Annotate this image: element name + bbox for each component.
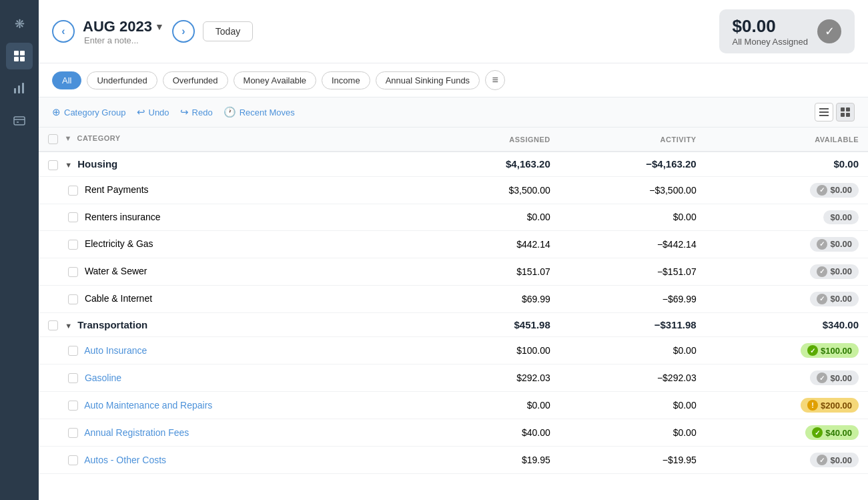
redo-button[interactable]: ↪ Redo [180,106,213,118]
svg-rect-11 [841,107,845,111]
clock-icon: 🕐 [224,106,236,118]
row-activity: $0.00 [560,204,706,230]
group-activity: −$4,163.20 [560,152,706,176]
row-assigned[interactable]: $0.00 [426,204,559,230]
row-assigned[interactable]: $100.00 [426,337,559,364]
svg-rect-4 [14,88,16,93]
svg-rect-13 [841,113,845,117]
logo-icon: ❋ [6,11,33,37]
group-name: Transportation [77,319,147,330]
budget-table: ▼ CATEGORY ASSIGNED ACTIVITY AVAILABLE ▼… [39,128,868,474]
group-available: $0.00 [706,152,868,176]
reports-icon[interactable] [6,75,33,101]
undo-button[interactable]: ↩ Undo [137,106,169,118]
today-button[interactable]: Today [203,21,253,41]
table-row: ▼ Transportation $451.98 −$311.98 $340.0… [39,312,868,337]
filter-income-button[interactable]: Income [322,71,370,89]
row-assigned[interactable]: $442.14 [426,230,559,258]
list-view-button[interactable] [815,103,833,121]
row-assigned[interactable]: $19.95 [426,447,559,474]
accounts-icon[interactable] [6,107,33,134]
row-assigned[interactable]: $292.03 [426,364,559,392]
row-checkbox-0-0[interactable] [68,186,78,196]
row-checkbox-1-1[interactable] [68,373,78,383]
row-available: $0.00 [706,364,868,392]
row-name[interactable]: Renters insurance [85,212,161,222]
budget-icon[interactable] [6,43,33,69]
row-assigned[interactable]: $69.99 [426,285,559,312]
available-badge: $0.00 [810,292,859,306]
available-badge: $100.00 [801,343,859,358]
row-name[interactable]: Annual Registration Fees [84,427,189,438]
svg-rect-5 [18,85,20,93]
header-checkbox[interactable] [48,134,58,144]
available-badge: $0.00 [810,264,859,279]
filter-overfunded-button[interactable]: Overfunded [163,71,228,89]
next-month-button[interactable]: › [172,20,195,43]
row-checkbox-1-2[interactable] [68,401,78,411]
undo-icon: ↩ [137,106,145,118]
row-name[interactable]: Auto Maintenance and Repairs [84,400,212,411]
money-assigned-label: All Money Assigned [733,37,808,47]
svg-rect-10 [819,115,829,116]
recent-moves-label: Recent Moves [240,107,295,117]
row-name[interactable]: Autos - Other Costs [84,455,166,465]
filter-icon-symbol: ≡ [492,74,498,86]
svg-rect-1 [20,51,25,55]
month-caret-icon[interactable]: ▼ [155,21,164,32]
available-badge: $0.00 [823,210,859,224]
row-name[interactable]: Water & Sewer [85,266,147,276]
row-checkbox-1-4[interactable] [68,455,78,465]
row-assigned[interactable]: $40.00 [426,419,559,447]
row-assigned[interactable]: $151.07 [426,258,559,285]
detail-view-button[interactable] [836,103,855,121]
add-category-group-button[interactable]: ⊕ Category Group [52,106,126,118]
group-checkbox-0[interactable] [48,160,58,170]
table-row: Auto Insurance $100.00 $0.00 $100.00 [39,337,868,364]
filter-money-available-button[interactable]: Money Available [234,71,316,89]
row-activity: −$151.07 [560,258,706,285]
row-checkbox-0-3[interactable] [68,267,78,277]
row-checkbox-1-3[interactable] [68,428,78,438]
row-checkbox-0-1[interactable] [68,212,78,222]
svg-rect-8 [819,108,829,109]
available-badge: $0.00 [810,370,859,385]
row-checkbox-1-0[interactable] [68,346,78,356]
available-badge: $0.00 [810,453,859,467]
group-checkbox-1[interactable] [48,320,58,330]
available-badge: $0.00 [810,183,859,198]
row-assigned[interactable]: $0.00 [426,392,559,419]
row-activity: $0.00 [560,392,706,419]
table-row: Electricity & Gas $442.14 −$442.14 $0.00 [39,230,868,258]
money-amount: $0.00 [733,16,808,37]
money-assigned-box: $0.00 All Money Assigned ✓ [719,9,855,53]
filter-options-icon[interactable]: ≡ [485,70,505,90]
row-name[interactable]: Auto Insurance [84,345,147,356]
row-checkbox-0-2[interactable] [68,240,78,250]
row-available: $0.00 [706,447,868,474]
filter-annual-sinking-button[interactable]: Annual Sinking Funds [376,71,480,89]
main-content: ‹ AUG 2023 ▼ Enter a note... › Today $0.… [39,0,868,500]
header: ‹ AUG 2023 ▼ Enter a note... › Today $0.… [39,0,868,63]
row-name[interactable]: Gasoline [85,372,121,383]
table-row: Rent Payments $3,500.00 −$3,500.00 $0.00 [39,176,868,204]
filter-all-button[interactable]: All [52,71,81,89]
note-input[interactable]: Enter a note... [84,35,164,45]
redo-icon: ↪ [180,106,189,118]
row-checkbox-0-4[interactable] [68,294,78,304]
prev-month-button[interactable]: ‹ [52,20,75,43]
row-name[interactable]: Electricity & Gas [85,238,153,249]
svg-rect-2 [14,57,19,61]
group-activity: −$311.98 [560,312,706,337]
filter-underfunded-button[interactable]: Underfunded [87,71,157,89]
table-row: Annual Registration Fees $40.00 $0.00 $4… [39,419,868,447]
svg-rect-9 [819,111,829,113]
view-toggle [815,103,855,121]
row-assigned[interactable]: $3,500.00 [426,176,559,204]
col-category: ▼ CATEGORY [39,128,426,152]
group-name: Housing [77,158,117,170]
row-name[interactable]: Rent Payments [85,184,149,195]
recent-moves-button[interactable]: 🕐 Recent Moves [224,106,295,118]
row-name[interactable]: Cable & Internet [85,293,152,304]
available-badge: $200.00 [801,398,859,413]
